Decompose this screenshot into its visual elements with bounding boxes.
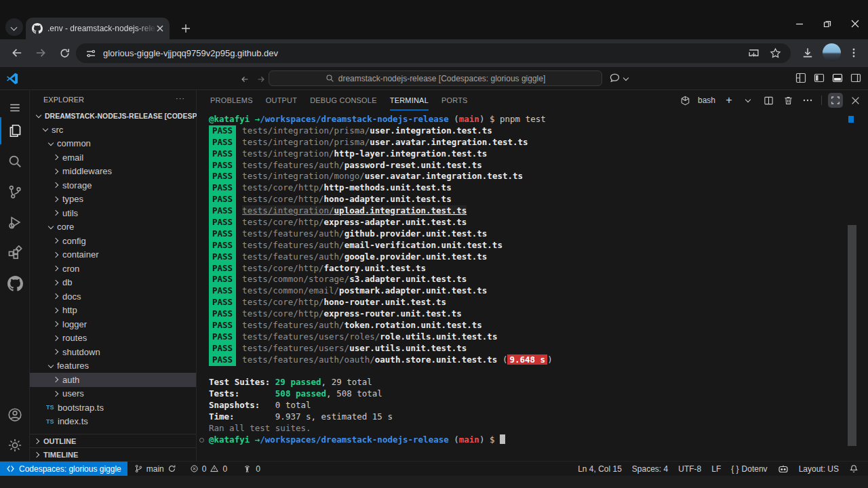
toggle-secondary-sidebar-icon[interactable] (850, 73, 861, 83)
tree-item-shutdown[interactable]: shutdown (30, 345, 196, 359)
notifications-bell[interactable] (846, 462, 861, 476)
command-decoration-icon[interactable] (199, 438, 204, 443)
encoding[interactable]: UTF-8 (675, 462, 704, 476)
terminal-scrollbar-thumb[interactable] (848, 225, 856, 446)
tree-item-users[interactable]: users (30, 387, 196, 401)
account-icon[interactable] (0, 401, 30, 428)
tree-item-index.ts[interactable]: TSindex.ts (30, 415, 196, 429)
tree-item-core[interactable]: core (30, 220, 196, 235)
tree-item-utils[interactable]: utils (30, 206, 196, 220)
branch-status[interactable]: main (130, 462, 180, 476)
copilot-menu[interactable] (609, 73, 630, 84)
tree-item-db[interactable]: db (30, 276, 196, 290)
command-center-search[interactable]: dreamstack-nodejs-release [Codespaces: g… (269, 70, 602, 86)
restore-icon[interactable] (823, 19, 832, 28)
vscode-window: dreamstack-nodejs-release [Codespaces: g… (0, 67, 868, 476)
customize-layout-icon[interactable] (795, 73, 806, 83)
toggle-panel-icon[interactable] (832, 73, 843, 83)
braces-icon: { } (731, 464, 738, 474)
close-panel-icon[interactable] (848, 93, 863, 108)
tab-search-button[interactable] (5, 18, 23, 36)
problems-status[interactable]: 0 0 (186, 462, 231, 476)
bookmark-star-icon[interactable] (770, 47, 781, 59)
ports-status[interactable]: 0 (238, 462, 264, 476)
tree-item-http[interactable]: http (30, 304, 196, 318)
panel-tab-terminal[interactable]: TERMINAL (390, 90, 429, 110)
browser-tab[interactable]: .env - dreamstack-nodejs-relea (26, 18, 170, 39)
profile-avatar[interactable] (823, 43, 841, 62)
test-dir: tests/common/email/ (242, 285, 339, 296)
install-app-icon[interactable] (748, 47, 760, 59)
summary-line: Time: 9.937 s, estimated 15 s (197, 411, 857, 423)
indentation[interactable]: Spaces: 4 (629, 462, 671, 476)
tree-item-bootstrap.ts[interactable]: TSbootstrap.ts (30, 401, 196, 415)
run-debug-view-icon[interactable] (0, 209, 30, 236)
terminal-dropdown-icon[interactable] (741, 93, 756, 108)
language-mode[interactable]: { } Dotenv (728, 462, 770, 476)
test-file: hono-router.unit.test.ts (324, 297, 447, 307)
tree-item-config[interactable]: config (30, 234, 196, 248)
tree-item-routes[interactable]: routes (30, 331, 196, 346)
reload-icon[interactable] (57, 45, 72, 60)
panel-tab-problems[interactable]: PROBLEMS (210, 90, 253, 110)
tree-root[interactable]: DREAMSTACK-NODEJS-RELEASE [CODESPA... (30, 108, 196, 123)
close-window-icon[interactable] (850, 19, 860, 28)
tree-item-container[interactable]: container (30, 248, 196, 262)
panel-tab-debug-console[interactable]: DEBUG CONSOLE (310, 90, 377, 110)
back-icon[interactable] (9, 45, 24, 60)
tree-item-storage[interactable]: storage (30, 178, 196, 192)
tree-item-logger[interactable]: logger (30, 317, 196, 331)
test-dir[interactable]: tests/integration/ (242, 205, 334, 216)
cursor-position[interactable]: Ln 4, Col 15 (575, 462, 625, 476)
pass-badge: PASS (209, 354, 236, 366)
more-actions-icon[interactable]: ··· (176, 94, 185, 102)
outline-section[interactable]: OUTLINE (30, 434, 196, 447)
remote-indicator[interactable]: Codespaces: glorious giggle (0, 462, 127, 476)
kill-terminal-trash-icon[interactable] (781, 93, 795, 108)
shell-label[interactable]: bash (698, 96, 715, 105)
split-terminal-icon[interactable] (761, 93, 776, 108)
panel-tab-output[interactable]: OUTPUT (266, 90, 297, 110)
settings-gear-icon[interactable] (0, 432, 30, 459)
source-control-view-icon[interactable] (0, 178, 30, 205)
tree-item-common[interactable]: common (30, 137, 196, 151)
nav-forward-icon[interactable] (255, 73, 267, 85)
browser-menu-kebab-icon[interactable] (846, 45, 861, 60)
eol-sequence[interactable]: LF (709, 462, 724, 476)
new-terminal-icon[interactable]: + (722, 93, 736, 108)
browser-toolbar: glorious-giggle-vjjpqq9759v2p95g.github.… (0, 39, 868, 67)
forward-icon[interactable] (33, 45, 48, 60)
timeline-section[interactable]: TIMELINE (30, 447, 196, 461)
tree-item-features[interactable]: features (30, 359, 196, 373)
minimize-icon[interactable] (795, 19, 804, 28)
tree-item-cron[interactable]: cron (30, 262, 196, 276)
terminal[interactable]: @katafyi →/workspaces/dreamstack-nodejs-… (197, 110, 857, 461)
explorer-view-icon[interactable] (0, 117, 30, 144)
maximize-panel-icon[interactable] (828, 93, 843, 108)
toggle-primary-sidebar-icon[interactable] (814, 73, 825, 83)
site-info-icon[interactable] (85, 48, 96, 59)
tree-item-types[interactable]: types (30, 192, 196, 207)
tree-item-src[interactable]: src (30, 123, 196, 137)
test-file[interactable]: upload.integration.test.ts (334, 205, 467, 216)
github-remote-view-icon[interactable] (0, 270, 30, 297)
activity-bar (0, 90, 30, 461)
tree-item-docs[interactable]: docs (30, 289, 196, 304)
tree-item-middlewares[interactable]: middlewares (30, 165, 196, 179)
nav-back-icon[interactable] (239, 73, 251, 85)
tab-close-icon[interactable] (157, 25, 163, 32)
tree-item-label: core (57, 222, 74, 232)
new-tab-button[interactable] (177, 20, 195, 37)
address-bar[interactable]: glorious-giggle-vjjpqq9759v2p95g.github.… (76, 43, 791, 63)
test-dir: tests/core/http/ (242, 194, 323, 204)
test-file: user.integration.test.ts (370, 125, 492, 136)
search-view-icon[interactable] (0, 148, 30, 175)
download-icon[interactable] (800, 45, 815, 60)
extensions-view-icon[interactable] (0, 239, 30, 266)
keyboard-layout[interactable]: Layout: US (796, 462, 842, 476)
copilot-status[interactable] (775, 462, 791, 476)
tree-item-auth[interactable]: auth (30, 373, 196, 387)
panel-more-actions-icon[interactable] (800, 93, 815, 108)
tree-item-email[interactable]: email (30, 150, 196, 165)
panel-tab-ports[interactable]: PORTS (441, 90, 468, 110)
